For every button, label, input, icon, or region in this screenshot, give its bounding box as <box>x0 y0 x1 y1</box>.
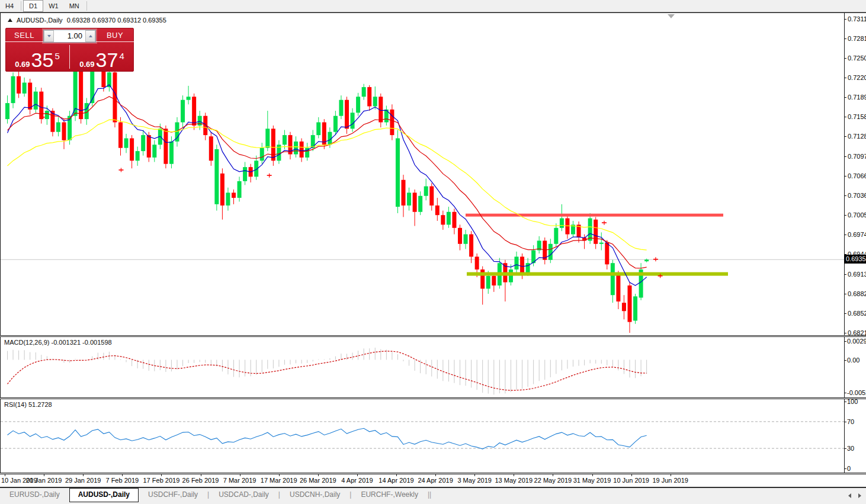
rsi-tick-label: 70 <box>847 418 854 425</box>
volume-input[interactable]: 1.00 <box>54 30 85 42</box>
date-tick-mark <box>435 474 436 476</box>
date-tick-label: 29 Jan 2019 <box>65 477 101 484</box>
date-tick-label: 17 Mar 2019 <box>261 477 297 484</box>
date-tick-mark <box>5 474 5 476</box>
rsi-axis: 10070300 <box>844 399 866 473</box>
price-tick-mark <box>845 97 846 98</box>
price-tick-mark <box>845 117 846 117</box>
trading-terminal-window: H4D1W1MN AUDUSD-,Daily 0.69328 0.69370 0… <box>0 0 866 504</box>
price-tick-label: 0.68520 <box>848 310 866 317</box>
price-tick-mark <box>845 274 846 275</box>
date-tick-mark <box>357 474 358 476</box>
macd-tick-label: -0.005256 <box>847 389 866 396</box>
macd-histogram <box>8 348 647 394</box>
date-tick-mark <box>122 474 123 476</box>
rsi-tick-mark <box>845 448 846 449</box>
date-tick-mark <box>631 474 632 476</box>
chevron-down-icon <box>47 35 51 37</box>
rsi-tick-label: 100 <box>847 398 858 405</box>
sell-price[interactable]: 0.69 35 5 <box>5 50 69 70</box>
buy-button[interactable]: BUY <box>96 30 134 42</box>
date-tick-mark <box>161 474 162 476</box>
macd-panel[interactable]: MACD(12,26,9) -0.001321 -0.001598 <box>0 337 845 397</box>
macd-tick-mark <box>845 360 846 361</box>
date-tick-mark <box>318 474 319 476</box>
sell-price-base: 0.69 <box>15 60 30 69</box>
volume-increase-button[interactable] <box>85 30 95 42</box>
tab-audusd-daily[interactable]: AUDUSD-,Daily <box>69 488 139 502</box>
current-price-tag: 0.69355 <box>844 255 866 264</box>
price-tick-mark <box>845 215 846 216</box>
macd-tick-mark <box>845 393 846 393</box>
timeframe-button-mn[interactable]: MN <box>64 0 85 12</box>
buy-price[interactable]: 0.69 37 4 <box>70 50 134 70</box>
price-tick-label: 0.70360 <box>848 192 866 199</box>
date-tick-label: 17 Feb 2019 <box>143 477 180 484</box>
price-tick-mark <box>845 136 846 137</box>
date-tick-label: 26 Mar 2019 <box>300 477 336 484</box>
rsi-canvas[interactable] <box>1 399 845 473</box>
chart-expand-triangle-icon[interactable] <box>8 18 12 22</box>
tab-eurchf-weekly[interactable]: EURCHF-,Weekly <box>351 489 427 501</box>
date-tick-label: 7 Mar 2019 <box>223 477 256 484</box>
date-tick-mark <box>240 474 240 476</box>
sell-button[interactable]: SELL <box>5 30 43 42</box>
date-tick-label: 7 Feb 2019 <box>105 477 139 484</box>
price-tick-mark <box>845 313 846 314</box>
date-tick-label: 24 Apr 2019 <box>418 477 453 484</box>
macd-label: MACD(12,26,9) -0.001321 -0.001598 <box>4 339 112 346</box>
date-tick-label: 4 Apr 2019 <box>341 477 373 484</box>
timeframe-button-w1[interactable]: W1 <box>43 0 64 12</box>
date-tick-mark <box>671 474 671 476</box>
date-tick-mark <box>553 474 553 476</box>
macd-tick-label: 0.00 <box>847 357 859 364</box>
tab-scroll-left-icon[interactable] <box>848 493 851 498</box>
price-tick-mark <box>845 294 846 294</box>
macd-tick-mark <box>845 341 846 342</box>
date-tick-label: 26 Feb 2019 <box>182 477 219 484</box>
price-tick-label: 0.71280 <box>848 133 866 140</box>
price-tick-mark <box>845 38 846 39</box>
tab-scroll-right-icon[interactable] <box>858 493 861 498</box>
timeframe-button-d1[interactable]: D1 <box>23 0 43 12</box>
timeframe-button-h4[interactable]: H4 <box>0 0 19 12</box>
volume-decrease-button[interactable] <box>44 30 54 42</box>
price-tick-mark <box>845 195 846 196</box>
buy-price-pips: 37 <box>96 50 118 70</box>
rsi-line <box>8 428 647 449</box>
toolbar-separator <box>86 1 87 11</box>
sell-button-label: SELL <box>5 30 43 42</box>
date-axis[interactable]: 10 Jan 201920 Jan 201929 Jan 20197 Feb 2… <box>0 474 866 487</box>
chart-ohlc-values: 0.69328 0.69370 0.69312 0.69355 <box>67 17 166 24</box>
tab-eurusd-daily[interactable]: EURUSD-,Daily <box>0 489 69 501</box>
price-tick-mark <box>845 58 846 59</box>
tab-usdcnh-daily[interactable]: USDCNH-,Daily <box>280 489 349 501</box>
date-tick-label: 10 Jun 2019 <box>613 477 649 484</box>
tab-usdcad-daily[interactable]: USDCAD-,Daily <box>209 489 278 501</box>
rsi-tick-mark <box>845 422 846 422</box>
tab-usdchf-daily[interactable]: USDCHF-,Daily <box>139 489 207 501</box>
date-tick-label: 14 Apr 2019 <box>379 477 413 484</box>
price-tick-label: 0.68825 <box>848 290 866 297</box>
date-tick-mark <box>514 474 514 476</box>
chart-tabbar: EURUSD-,DailyAUDUSD-,DailyUSDCHF-,Daily|… <box>0 488 866 504</box>
chart-symbol-label: AUDUSD-,Daily <box>17 17 63 24</box>
date-tick-mark <box>396 474 397 476</box>
rsi-panel[interactable]: RSI(14) 51.2728 <box>0 399 845 473</box>
chart-shift-marker-icon[interactable] <box>668 14 675 18</box>
price-axis[interactable]: 0.731150.728100.725050.722000.718900.715… <box>844 12 866 336</box>
main-chart-panel[interactable]: AUDUSD-,Daily 0.69328 0.69370 0.69312 0.… <box>0 12 845 336</box>
rsi-label: RSI(14) 51.2728 <box>4 401 52 408</box>
date-tick-label: 19 Jun 2019 <box>652 477 688 484</box>
rsi-tick-mark <box>845 468 846 469</box>
price-tick-label: 0.70050 <box>848 211 866 219</box>
rsi-tick-mark <box>845 402 846 402</box>
date-tick-mark <box>279 474 280 476</box>
price-tick-label: 0.71890 <box>848 94 866 101</box>
date-tick-label: 3 May 2019 <box>457 477 491 484</box>
rsi-tick-label: 30 <box>847 445 854 452</box>
price-tick-label: 0.72810 <box>848 35 866 42</box>
macd-canvas[interactable] <box>1 337 845 397</box>
chevron-up-icon <box>89 35 92 37</box>
tab-scroll-controls <box>848 493 861 498</box>
